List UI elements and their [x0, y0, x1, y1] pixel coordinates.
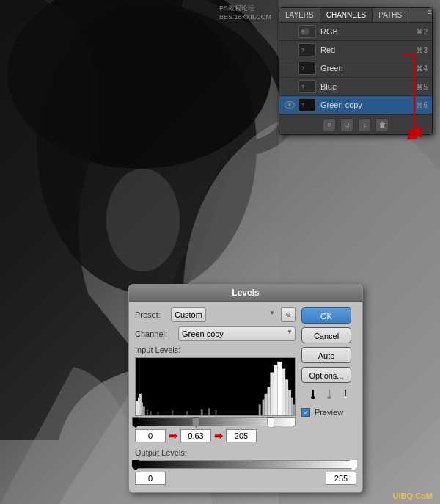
input-levels-label: Input Levels:	[135, 346, 296, 354]
channel-key-red: ⌘3	[416, 46, 428, 54]
svg-rect-21	[139, 394, 142, 415]
svg-rect-32	[259, 404, 261, 415]
svg-point-45	[311, 396, 315, 399]
output-slider-white[interactable]	[350, 460, 357, 470]
eyedropper-black[interactable]	[307, 388, 320, 401]
preview-row: Preview	[301, 408, 356, 417]
channel-key-rgb: ⌘2	[416, 28, 428, 36]
preset-row: Preset: Custom ⚙	[135, 307, 296, 322]
channel-eye-red[interactable]	[284, 44, 296, 56]
svg-rect-30	[208, 408, 210, 415]
input-slider-mid[interactable]	[192, 417, 199, 428]
panel-btn-trash[interactable]: 🗑	[375, 118, 389, 131]
input-mid-value[interactable]	[180, 429, 211, 442]
svg-rect-37	[274, 365, 277, 415]
tab-channels[interactable]: CHANNELS	[320, 8, 373, 22]
channel-select[interactable]: Green copy	[178, 326, 296, 341]
input-white-value[interactable]	[226, 429, 257, 442]
input-slider-track[interactable]	[135, 417, 296, 426]
svg-rect-20	[138, 398, 139, 415]
channel-row-blue[interactable]: ? Blue ⌘5	[279, 78, 432, 96]
channel-row-red[interactable]: ? Red ⌘3	[279, 41, 432, 59]
channel-thumb-blue: ?	[298, 80, 316, 93]
svg-rect-36	[270, 373, 274, 416]
panel-menu-icon[interactable]: ≡	[428, 8, 432, 22]
channel-key-green: ⌘4	[416, 65, 428, 73]
output-slider-black[interactable]	[132, 460, 139, 470]
channel-row-green-copy[interactable]: ? Green copy ⌘6	[279, 96, 432, 114]
output-slider-track[interactable]	[135, 460, 356, 469]
svg-rect-42	[291, 398, 293, 415]
svg-rect-19	[136, 401, 138, 416]
svg-text:?: ?	[301, 29, 304, 34]
preset-icon-button[interactable]: ⚙	[281, 307, 296, 322]
channel-thumb-green: ?	[298, 62, 316, 75]
preview-checkbox[interactable]	[301, 408, 310, 417]
output-section: Output Levels:	[129, 448, 362, 485]
panel-btn-circle[interactable]: ○	[323, 118, 336, 131]
dialog-body: Preset: Custom ⚙ Channel: Green copy	[129, 302, 362, 448]
svg-rect-34	[265, 394, 268, 415]
preset-select-wrapper: Custom	[171, 307, 278, 322]
channel-eye-rgb[interactable]	[284, 26, 296, 37]
svg-rect-31	[216, 410, 217, 415]
channel-thumb-green-copy: ?	[298, 98, 316, 112]
svg-rect-38	[277, 362, 282, 415]
channels-panel: LAYERS CHANNELS PATHS ≡ ? RGB ⌘2 ? Red ⌘…	[279, 7, 433, 135]
svg-rect-28	[186, 411, 188, 415]
levels-dialog: Levels Preset: Custom ⚙ Channel: Green c…	[128, 284, 363, 493]
arrow-white: ➡	[214, 430, 223, 442]
channel-name-blue: Blue	[320, 82, 416, 91]
preset-select[interactable]: Custom	[171, 307, 206, 322]
svg-rect-43	[293, 404, 295, 415]
cancel-button[interactable]: Cancel	[301, 327, 351, 343]
channel-name-red: Red	[320, 45, 416, 54]
options-button[interactable]: Options...	[301, 367, 351, 383]
svg-rect-29	[201, 409, 203, 415]
watermark-top: PS教程论坛 BBS.16XX8.COM	[219, 4, 271, 21]
channel-eye-blue[interactable]	[284, 81, 296, 92]
channel-name-green-copy: Green copy	[320, 101, 416, 109]
input-black-value[interactable]	[135, 429, 166, 442]
svg-rect-25	[150, 411, 152, 415]
output-input-row	[135, 472, 356, 485]
eye-icon	[285, 101, 295, 109]
arrow-mid: ➡	[169, 430, 177, 442]
eyedropper-white[interactable]	[339, 388, 352, 401]
tab-layers[interactable]: LAYERS	[279, 8, 320, 22]
svg-text:?: ?	[301, 84, 304, 90]
panel-btn-square[interactable]: □	[340, 118, 353, 131]
channel-eye-green-copy[interactable]	[284, 99, 296, 111]
svg-rect-23	[143, 406, 145, 415]
channel-row-rgb[interactable]: ? RGB ⌘2	[279, 23, 432, 41]
svg-rect-26	[158, 412, 159, 415]
preview-label: Preview	[315, 408, 343, 417]
svg-rect-22	[142, 402, 143, 415]
watermark-bottom: UiBQ.CoM	[393, 492, 433, 500]
channel-eye-green[interactable]	[284, 62, 296, 74]
svg-rect-40	[285, 379, 288, 415]
svg-rect-35	[268, 387, 271, 415]
panel-footer: ○ □ ↓ 🗑	[279, 114, 432, 134]
channel-row-green[interactable]: ? Green ⌘4	[279, 59, 432, 78]
ok-button[interactable]: OK	[301, 307, 351, 324]
output-white-value[interactable]	[326, 472, 356, 485]
tab-paths[interactable]: PATHS	[373, 8, 408, 22]
preset-label: Preset:	[135, 310, 168, 319]
input-values-row: ➡ ➡	[135, 429, 296, 442]
input-slider-black[interactable]	[132, 417, 139, 428]
channel-thumb-rgb: ?	[298, 25, 316, 38]
auto-button[interactable]: Auto	[301, 347, 351, 363]
svg-point-47	[327, 396, 331, 399]
output-black-value[interactable]	[135, 472, 166, 485]
eyedropper-gray[interactable]	[323, 388, 336, 401]
panel-btn-save[interactable]: ↓	[358, 118, 371, 131]
dialog-right: OK Cancel Auto Options...	[301, 307, 356, 442]
input-slider-white[interactable]	[267, 417, 274, 428]
svg-text:?: ?	[301, 48, 304, 53]
eyedropper-row	[301, 388, 356, 401]
svg-rect-27	[172, 410, 173, 415]
channel-select-wrapper: Green copy	[178, 326, 296, 341]
channel-name-green: Green	[320, 64, 416, 73]
svg-rect-39	[282, 369, 285, 415]
